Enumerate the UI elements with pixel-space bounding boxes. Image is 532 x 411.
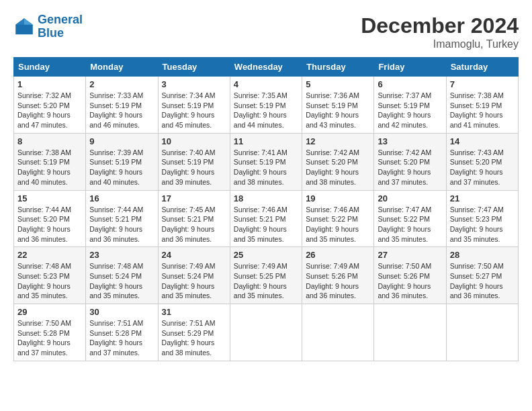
day-number: 5 [306,79,370,89]
calendar-cell: 23 Sunrise: 7:48 AM Sunset: 5:24 PM Dayl… [86,247,158,304]
day-number: 10 [162,136,226,146]
day-info: Sunrise: 7:33 AM Sunset: 5:19 PM Dayligh… [89,91,154,130]
weekday-header-saturday: Saturday [446,58,518,77]
calendar-cell [302,304,374,361]
weekday-header-row: SundayMondayTuesdayWednesdayThursdayFrid… [14,58,519,77]
day-info: Sunrise: 7:45 AM Sunset: 5:21 PM Dayligh… [162,205,226,244]
calendar-cell: 20 Sunrise: 7:47 AM Sunset: 5:22 PM Dayl… [374,190,446,247]
weekday-header-sunday: Sunday [14,58,86,77]
day-number: 11 [234,136,298,146]
day-number: 2 [89,79,154,89]
calendar-cell: 22 Sunrise: 7:48 AM Sunset: 5:23 PM Dayl… [14,247,86,304]
day-number: 13 [378,136,442,146]
calendar-cell: 27 Sunrise: 7:50 AM Sunset: 5:26 PM Dayl… [374,247,446,304]
day-info: Sunrise: 7:47 AM Sunset: 5:22 PM Dayligh… [378,205,442,244]
day-info: Sunrise: 7:46 AM Sunset: 5:22 PM Dayligh… [306,205,370,244]
week-row-3: 15 Sunrise: 7:44 AM Sunset: 5:20 PM Dayl… [14,190,519,247]
calendar-cell: 10 Sunrise: 7:40 AM Sunset: 5:19 PM Dayl… [158,133,230,190]
location: Imamoglu, Turkey [361,38,519,50]
calendar-cell: 18 Sunrise: 7:46 AM Sunset: 5:21 PM Dayl… [230,190,302,247]
day-info: Sunrise: 7:43 AM Sunset: 5:20 PM Dayligh… [450,148,515,187]
weekday-header-monday: Monday [86,58,158,77]
logo: General Blue [13,13,83,40]
day-number: 18 [234,193,298,203]
week-row-2: 8 Sunrise: 7:38 AM Sunset: 5:19 PM Dayli… [14,133,519,190]
calendar-cell: 14 Sunrise: 7:43 AM Sunset: 5:20 PM Dayl… [446,133,518,190]
svg-marker-1 [24,18,33,25]
calendar-cell: 19 Sunrise: 7:46 AM Sunset: 5:22 PM Dayl… [302,190,374,247]
day-number: 31 [162,307,226,317]
calendar-cell: 9 Sunrise: 7:39 AM Sunset: 5:19 PM Dayli… [86,133,158,190]
calendar-cell [374,304,446,361]
calendar-cell: 16 Sunrise: 7:44 AM Sunset: 5:21 PM Dayl… [86,190,158,247]
day-number: 1 [17,79,82,89]
day-info: Sunrise: 7:32 AM Sunset: 5:20 PM Dayligh… [17,91,82,130]
week-row-5: 29 Sunrise: 7:50 AM Sunset: 5:28 PM Dayl… [14,304,519,361]
calendar-cell: 25 Sunrise: 7:49 AM Sunset: 5:25 PM Dayl… [230,247,302,304]
day-number: 16 [89,193,154,203]
day-info: Sunrise: 7:50 AM Sunset: 5:28 PM Dayligh… [17,318,82,358]
day-number: 17 [162,193,226,203]
day-info: Sunrise: 7:48 AM Sunset: 5:23 PM Dayligh… [17,261,82,301]
day-number: 7 [450,79,515,89]
calendar-cell: 30 Sunrise: 7:51 AM Sunset: 5:28 PM Dayl… [86,304,158,361]
day-info: Sunrise: 7:51 AM Sunset: 5:29 PM Dayligh… [162,318,226,358]
weekday-header-thursday: Thursday [302,58,374,77]
day-number: 27 [378,250,442,260]
logo-icon [13,16,35,38]
calendar-cell: 5 Sunrise: 7:36 AM Sunset: 5:19 PM Dayli… [302,77,374,134]
title-block: December 2024 Imamoglu, Turkey [361,13,519,50]
day-number: 30 [89,307,154,317]
calendar-cell [446,304,518,361]
day-info: Sunrise: 7:44 AM Sunset: 5:21 PM Dayligh… [89,205,154,244]
weekday-header-friday: Friday [374,58,446,77]
day-number: 21 [450,193,515,203]
day-info: Sunrise: 7:39 AM Sunset: 5:19 PM Dayligh… [89,148,154,187]
calendar-cell: 26 Sunrise: 7:49 AM Sunset: 5:26 PM Dayl… [302,247,374,304]
day-number: 20 [378,193,442,203]
calendar-cell: 8 Sunrise: 7:38 AM Sunset: 5:19 PM Dayli… [14,133,86,190]
calendar-cell: 28 Sunrise: 7:50 AM Sunset: 5:27 PM Dayl… [446,247,518,304]
day-info: Sunrise: 7:37 AM Sunset: 5:19 PM Dayligh… [378,91,442,130]
day-number: 22 [17,250,82,260]
week-row-1: 1 Sunrise: 7:32 AM Sunset: 5:20 PM Dayli… [14,77,519,134]
day-info: Sunrise: 7:38 AM Sunset: 5:19 PM Dayligh… [450,91,515,130]
day-number: 9 [89,136,154,146]
day-number: 3 [162,79,226,89]
calendar-cell: 24 Sunrise: 7:49 AM Sunset: 5:24 PM Dayl… [158,247,230,304]
calendar-cell: 13 Sunrise: 7:42 AM Sunset: 5:20 PM Dayl… [374,133,446,190]
calendar-cell: 7 Sunrise: 7:38 AM Sunset: 5:19 PM Dayli… [446,77,518,134]
day-info: Sunrise: 7:36 AM Sunset: 5:19 PM Dayligh… [306,91,370,130]
calendar-cell: 3 Sunrise: 7:34 AM Sunset: 5:19 PM Dayli… [158,77,230,134]
day-info: Sunrise: 7:34 AM Sunset: 5:19 PM Dayligh… [162,91,226,130]
page-header: General Blue December 2024 Imamoglu, Tur… [13,13,519,50]
month-title: December 2024 [361,13,519,38]
day-info: Sunrise: 7:46 AM Sunset: 5:21 PM Dayligh… [234,205,298,244]
day-info: Sunrise: 7:50 AM Sunset: 5:27 PM Dayligh… [450,261,515,301]
weekday-header-tuesday: Tuesday [158,58,230,77]
day-number: 4 [234,79,298,89]
day-number: 19 [306,193,370,203]
day-number: 28 [450,250,515,260]
day-info: Sunrise: 7:50 AM Sunset: 5:26 PM Dayligh… [378,261,442,301]
day-info: Sunrise: 7:41 AM Sunset: 5:19 PM Dayligh… [234,148,298,187]
day-info: Sunrise: 7:44 AM Sunset: 5:20 PM Dayligh… [17,205,82,244]
calendar-cell: 15 Sunrise: 7:44 AM Sunset: 5:20 PM Dayl… [14,190,86,247]
day-info: Sunrise: 7:35 AM Sunset: 5:19 PM Dayligh… [234,91,298,130]
svg-marker-2 [15,18,24,25]
calendar-cell: 1 Sunrise: 7:32 AM Sunset: 5:20 PM Dayli… [14,77,86,134]
day-number: 15 [17,193,82,203]
day-info: Sunrise: 7:38 AM Sunset: 5:19 PM Dayligh… [17,148,82,187]
day-number: 14 [450,136,515,146]
day-info: Sunrise: 7:47 AM Sunset: 5:23 PM Dayligh… [450,205,515,244]
day-info: Sunrise: 7:49 AM Sunset: 5:26 PM Dayligh… [306,261,370,301]
day-number: 12 [306,136,370,146]
calendar-cell: 21 Sunrise: 7:47 AM Sunset: 5:23 PM Dayl… [446,190,518,247]
calendar-table: SundayMondayTuesdayWednesdayThursdayFrid… [13,57,519,361]
day-info: Sunrise: 7:49 AM Sunset: 5:25 PM Dayligh… [234,261,298,301]
calendar-cell [230,304,302,361]
day-info: Sunrise: 7:51 AM Sunset: 5:28 PM Dayligh… [89,318,154,358]
week-row-4: 22 Sunrise: 7:48 AM Sunset: 5:23 PM Dayl… [14,247,519,304]
day-number: 24 [162,250,226,260]
day-info: Sunrise: 7:49 AM Sunset: 5:24 PM Dayligh… [162,261,226,301]
